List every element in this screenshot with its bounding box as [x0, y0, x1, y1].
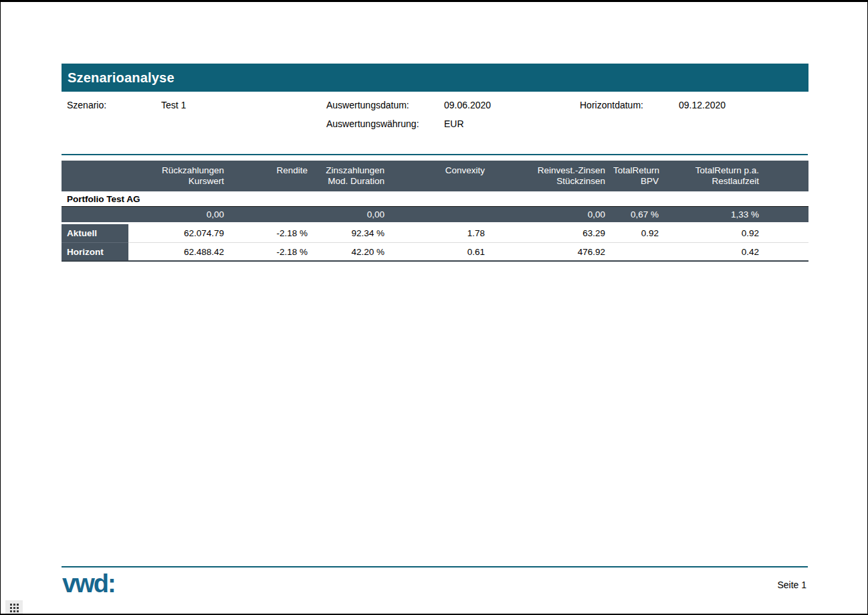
table-top-rule [62, 154, 808, 155]
horizont-mod-duration: 42.20 % [316, 243, 393, 262]
summary-totalreturn-pa: 1,33 % [667, 207, 808, 222]
portfolio-group-label: Portfolio Test AG [62, 191, 808, 206]
horizont-restlaufzeit: 0.42 [667, 243, 808, 262]
aktuell-mod-duration: 92.34 % [316, 224, 393, 243]
column-header-rendite: Rendite [232, 165, 316, 191]
horizontdatum-value: 09.12.2020 [679, 100, 726, 110]
summary-rueckzahlungen: 0,00 [128, 207, 232, 222]
horizont-rendite: -2.18 % [232, 243, 316, 262]
summary-rendite [232, 207, 316, 222]
row-label-aktuell: Aktuell [62, 224, 128, 243]
horizont-kurswert: 62.488.42 [128, 243, 232, 262]
grid-icon[interactable] [5, 600, 23, 615]
column-header-kurswert: Rückzahlungen Kurswert [128, 165, 232, 191]
column-header-restlaufzeit: TotalReturn p.a. Restlaufzeit [667, 165, 808, 191]
page-number: Seite 1 [777, 580, 806, 590]
footer-rule [62, 566, 808, 567]
portfolio-group-row: Portfolio Test AG [62, 191, 808, 207]
column-header-empty [62, 165, 128, 191]
summary-totalreturn: 0,67 % [613, 207, 667, 222]
report-title-bar: Szenarioanalyse [62, 64, 808, 92]
aktuell-stueckzinsen: 63.29 [493, 224, 613, 243]
row-label-horizont: Horizont [62, 243, 128, 262]
aktuell-kurswert: 62.074.79 [128, 224, 232, 243]
aktuell-restlaufzeit: 0.92 [667, 224, 808, 243]
summary-convexity [393, 207, 493, 222]
report-page: Szenarioanalyse Szenario: Test 1 Auswert… [0, 0, 868, 615]
auswertungswaehrung-label: Auswertungswährung: [326, 118, 419, 129]
horizont-bpv [613, 243, 667, 262]
table-row-aktuell: Aktuell 62.074.79 -2.18 % 92.34 % 1.78 6… [62, 224, 808, 243]
table-row-horizont: Horizont 62.488.42 -2.18 % 42.20 % 0.61 … [62, 243, 808, 262]
auswertungsdatum-value: 09.06.2020 [444, 100, 491, 110]
column-header-convexity: Convexity [393, 165, 493, 191]
page-title: Szenarioanalyse [62, 70, 175, 86]
portfolio-summary-row: 0,00 0,00 0,00 0,67 % 1,33 % [62, 207, 808, 222]
auswertungsdatum-label: Auswertungsdatum: [326, 100, 409, 110]
summary-zinszahlungen: 0,00 [316, 207, 393, 222]
column-header-stueckzinsen: Reinvest.-Zinsen Stückzinsen [493, 165, 613, 191]
szenario-label: Szenario: [67, 100, 106, 110]
horizont-stueckzinsen: 476.92 [493, 243, 613, 262]
aktuell-rendite: -2.18 % [232, 224, 316, 243]
auswertungswaehrung-value: EUR [444, 118, 464, 129]
aktuell-convexity: 1.78 [393, 224, 493, 243]
vwd-logo: vwd: [62, 569, 115, 598]
column-header-bpv: TotalReturn BPV [613, 165, 667, 191]
aktuell-bpv: 0.92 [613, 224, 667, 243]
summary-reinvest-zinsen: 0,00 [493, 207, 613, 222]
grid-dots-glyph [10, 604, 19, 612]
column-header-mod-duration: Zinszahlungen Mod. Duration [316, 165, 393, 191]
horizontdatum-label: Horizontdatum: [580, 100, 643, 110]
table-header-row: Rückzahlungen Kurswert Rendite Zinszahlu… [62, 161, 808, 191]
szenario-value: Test 1 [161, 100, 186, 110]
scenario-results-table: Rückzahlungen Kurswert Rendite Zinszahlu… [62, 161, 808, 262]
horizont-convexity: 0.61 [393, 243, 493, 262]
